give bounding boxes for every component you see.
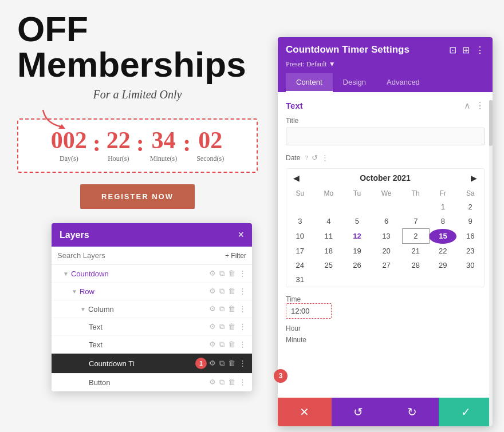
layer-actions-button: ⚙ ⧉ 🗑 ⋮ — [209, 378, 246, 387]
copy-icon[interactable]: ⧉ — [219, 359, 225, 368]
collapse-icon[interactable]: ∧ — [464, 100, 471, 111]
gear-icon[interactable]: ⚙ — [209, 322, 216, 331]
trash-icon[interactable]: 🗑 — [228, 269, 235, 278]
sep1: : — [93, 129, 101, 157]
layer-item-column[interactable]: ▼ Column ⚙ ⧉ 🗑 ⋮ — [52, 300, 252, 318]
cal-header-sa: Sa — [456, 187, 484, 200]
trash-icon[interactable]: 🗑 — [228, 340, 235, 349]
cal-day[interactable]: 30 — [456, 258, 484, 272]
title-input[interactable] — [286, 128, 485, 145]
layer-item-text2[interactable]: Text ⚙ ⧉ 🗑 ⋮ — [52, 336, 252, 354]
help-icon[interactable]: ? — [305, 153, 308, 163]
cal-day[interactable]: 21 — [402, 244, 429, 259]
layers-close-button[interactable]: × — [238, 229, 244, 241]
cal-day[interactable]: 5 — [344, 214, 371, 229]
cal-day[interactable]: 29 — [429, 258, 456, 272]
cal-day[interactable]: 25 — [313, 258, 344, 272]
reset-icon[interactable]: ↺ — [312, 153, 318, 163]
trash-icon[interactable]: 🗑 — [228, 304, 235, 314]
date-more-icon[interactable]: ⋮ — [321, 153, 329, 163]
cal-day[interactable]: 18 — [313, 244, 344, 259]
tab-content[interactable]: Content — [286, 73, 333, 92]
trash-icon[interactable]: 🗑 — [228, 322, 235, 331]
more-icon[interactable]: ⋮ — [239, 304, 246, 314]
register-button[interactable]: REGISTER NOW — [80, 184, 195, 209]
tab-advanced[interactable]: Advanced — [376, 73, 430, 92]
settings-preset[interactable]: Preset: Default ▼ — [286, 60, 485, 69]
time-input[interactable] — [286, 303, 332, 319]
cancel-button[interactable]: ✕ — [278, 398, 332, 426]
cal-day[interactable]: 23 — [456, 244, 484, 259]
cal-day[interactable]: 4 — [313, 214, 344, 229]
more-icon[interactable]: ⋮ — [475, 100, 485, 111]
expand-arrow-icon: ▼ — [72, 288, 77, 295]
gear-icon[interactable]: ⚙ — [209, 340, 216, 349]
cal-header-th: Th — [402, 187, 429, 200]
cal-day-current[interactable]: 2 — [402, 229, 429, 244]
copy-icon[interactable]: ⧉ — [219, 322, 225, 331]
cal-day[interactable]: 28 — [402, 258, 429, 272]
calendar-next-button[interactable]: ▶ — [471, 173, 477, 183]
redo-button[interactable]: ↻ — [385, 398, 439, 426]
cal-day[interactable]: 2 — [456, 200, 484, 214]
cal-day[interactable]: 22 — [429, 244, 456, 259]
cal-day[interactable]: 13 — [371, 229, 402, 244]
layer-item-text1[interactable]: Text ⚙ ⧉ 🗑 ⋮ — [52, 318, 252, 336]
filter-button[interactable]: + Filter — [225, 252, 246, 260]
cal-day[interactable]: 24 — [286, 258, 313, 272]
layer-item-row[interactable]: ▼ Row ⚙ ⧉ 🗑 ⋮ — [52, 283, 252, 300]
cal-day[interactable]: 11 — [313, 229, 344, 244]
cal-day[interactable]: 31 — [286, 272, 313, 287]
layer-item-countdown[interactable]: ▼ Countdown ⚙ ⧉ 🗑 ⋮ — [52, 265, 252, 283]
settings-footer: ✕ ↺ ↻ ✓ — [278, 398, 493, 426]
more-icon[interactable]: ⋮ — [239, 269, 246, 278]
more-icon[interactable]: ⋮ — [239, 359, 246, 368]
undo-button[interactable]: ↺ — [332, 398, 385, 426]
tab-design[interactable]: Design — [333, 73, 376, 92]
scrollbar-track[interactable] — [489, 100, 493, 426]
more-icon[interactable]: ⋮ — [239, 287, 246, 296]
more-icon[interactable]: ⋮ — [239, 378, 246, 387]
gear-icon[interactable]: ⚙ — [209, 287, 216, 296]
cal-day[interactable]: 3 — [286, 214, 313, 229]
cal-day[interactable]: 8 — [429, 214, 456, 229]
more-icon[interactable]: ⋮ — [239, 340, 246, 349]
trash-icon[interactable]: 🗑 — [228, 359, 235, 368]
cal-day cal-today[interactable]: 12 — [344, 229, 371, 244]
calendar-prev-button[interactable]: ◀ — [293, 173, 300, 183]
gear-icon[interactable]: ⚙ — [209, 359, 216, 368]
gear-icon[interactable]: ⚙ — [209, 304, 216, 314]
copy-icon[interactable]: ⧉ — [219, 269, 225, 278]
cal-day-selected[interactable]: 15 — [429, 229, 456, 244]
cal-day[interactable]: 16 — [456, 229, 484, 244]
trash-icon[interactable]: 🗑 — [228, 287, 235, 296]
cal-day[interactable]: 17 — [286, 244, 313, 259]
cal-day[interactable]: 9 — [456, 214, 484, 229]
cal-day[interactable]: 6 — [371, 214, 402, 229]
layer-item-button[interactable]: Button ⚙ ⧉ 🗑 ⋮ — [52, 374, 252, 391]
grid-icon[interactable]: ⊞ — [462, 45, 470, 56]
copy-icon[interactable]: ⧉ — [219, 340, 225, 349]
layers-search-input[interactable] — [57, 251, 220, 260]
cal-day[interactable]: 20 — [371, 244, 402, 259]
gear-icon[interactable]: ⚙ — [209, 378, 216, 387]
copy-icon[interactable]: ⧉ — [219, 287, 225, 296]
cal-day[interactable]: 7 — [402, 214, 429, 229]
copy-icon[interactable]: ⧉ — [219, 304, 225, 314]
cal-day[interactable]: 27 — [371, 258, 402, 272]
cal-day[interactable]: 1 — [429, 200, 456, 214]
copy-icon[interactable]: ⧉ — [219, 378, 225, 387]
cal-day[interactable]: 19 — [344, 244, 371, 259]
gear-icon[interactable]: ⚙ — [209, 269, 216, 278]
trash-icon[interactable]: 🗑 — [228, 378, 235, 387]
date-label: Date — [286, 154, 300, 162]
cal-day[interactable]: 26 — [344, 258, 371, 272]
more-icon[interactable]: ⋮ — [239, 322, 246, 331]
confirm-button[interactable]: ✓ — [439, 398, 493, 426]
layer-item-countdown-timer[interactable]: Countdown Ti 1 ⚙ ⧉ 🗑 ⋮ — [52, 354, 252, 374]
scrollbar-thumb[interactable] — [489, 100, 493, 146]
countdown-hours: 22 Hour(s) — [107, 128, 131, 163]
more-options-icon[interactable]: ⋮ — [475, 45, 485, 56]
responsive-icon[interactable]: ⊡ — [449, 45, 456, 56]
cal-day[interactable]: 10 — [286, 229, 313, 244]
